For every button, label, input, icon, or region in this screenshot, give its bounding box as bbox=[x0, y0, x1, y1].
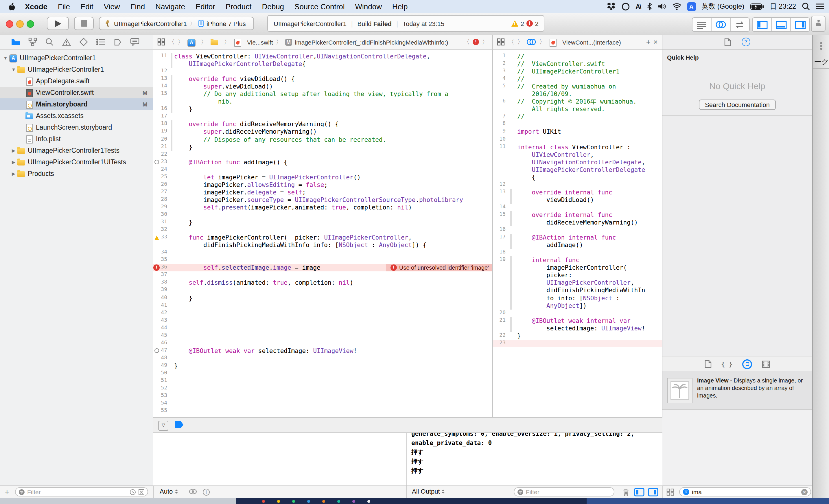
info-icon[interactable]: i bbox=[203, 489, 210, 496]
swift-file-icon[interactable] bbox=[233, 38, 241, 46]
clear-filter-button[interactable]: ✕ bbox=[801, 489, 807, 495]
code-line[interactable]: 8 bbox=[493, 121, 662, 128]
forward-button[interactable]: 〉 bbox=[517, 38, 524, 46]
code-line[interactable]: 33func imagePickerController(_ picker: U… bbox=[153, 234, 492, 241]
code-line[interactable]: 17 bbox=[153, 113, 492, 121]
code-line[interactable]: UIImagePickerControllerDelegate bbox=[493, 166, 662, 173]
code-line[interactable]: 19super.didReceiveMemoryWarning() bbox=[153, 128, 492, 136]
code-line[interactable]: 27imagePicker.delegate = self; bbox=[153, 189, 492, 196]
standard-editor-button[interactable] bbox=[692, 18, 712, 31]
error-annotation[interactable]: !Use of unresolved identifier 'image' bbox=[386, 264, 492, 272]
variables-view[interactable] bbox=[153, 433, 406, 485]
code-line[interactable]: 11internal class ViewController : bbox=[493, 143, 662, 151]
menu-item[interactable]: Edit bbox=[75, 2, 99, 11]
code-line[interactable]: 20// Dispose of any resources that can b… bbox=[153, 136, 492, 143]
code-line[interactable]: 2016/10/09. bbox=[493, 90, 662, 98]
object-library-tab[interactable] bbox=[743, 359, 752, 369]
add-button[interactable]: + bbox=[5, 487, 9, 497]
menu-item[interactable]: Navigate bbox=[150, 2, 190, 11]
code-line[interactable]: 13override func viewDidLoad() { bbox=[153, 75, 492, 83]
code-line[interactable]: 53 bbox=[153, 392, 492, 400]
file-row[interactable]: ▶UIImagePickerController1UITests bbox=[0, 156, 153, 168]
menu-item[interactable]: View bbox=[99, 2, 125, 11]
related-items-icon[interactable] bbox=[157, 38, 166, 46]
minimize-window-button[interactable] bbox=[16, 20, 24, 28]
menu-item[interactable]: Help bbox=[387, 2, 413, 11]
spotlight-search-icon[interactable] bbox=[802, 2, 810, 10]
code-line[interactable]: 21@IBOutlet weak internal var bbox=[493, 317, 662, 324]
code-line[interactable]: 39 bbox=[153, 287, 492, 294]
code-line[interactable]: { bbox=[493, 174, 662, 181]
source-code-assistant[interactable]: 1//2// ViewController.swift3// UIImagePi… bbox=[493, 49, 662, 417]
code-snippet-library-tab[interactable]: { } bbox=[721, 360, 733, 368]
code-line[interactable]: 15// Do any additional setup after loadi… bbox=[153, 90, 492, 98]
code-line[interactable]: UINavigationControllerDelegate, bbox=[493, 158, 662, 166]
code-line[interactable]: imagePickerController(_ bbox=[493, 264, 662, 272]
code-line[interactable]: 46 bbox=[153, 340, 492, 347]
code-line[interactable]: 18override func didReceiveMemoryWarning(… bbox=[153, 121, 492, 128]
input-method-badge[interactable]: A bbox=[687, 2, 696, 11]
code-line[interactable]: 20 bbox=[493, 309, 662, 317]
code-line[interactable]: 44 bbox=[153, 324, 492, 332]
code-line[interactable]: 14super.viewDidLoad() bbox=[153, 83, 492, 90]
console-filter-field[interactable] bbox=[514, 487, 614, 497]
code-line[interactable]: 6// Copyright © 2016年 wumiaohua. bbox=[493, 98, 662, 106]
code-line[interactable]: nib. bbox=[153, 98, 492, 106]
menu-item[interactable]: Editor bbox=[190, 2, 220, 11]
code-line[interactable]: UIImagePickerController, bbox=[493, 279, 662, 287]
swift-file-icon[interactable] bbox=[548, 38, 556, 46]
file-row[interactable]: Assets.xcassets bbox=[0, 110, 153, 121]
disclosure-icon[interactable]: ▶ bbox=[10, 171, 17, 176]
error-count-icon[interactable]: ! bbox=[527, 20, 533, 27]
hide-debug-area-button[interactable]: ▽ bbox=[158, 421, 168, 431]
code-line[interactable]: !36self.selectedImage.image = image!Use … bbox=[153, 264, 492, 272]
code-line[interactable]: All rights reserved. bbox=[493, 106, 662, 113]
navigator-filter-field[interactable] bbox=[15, 487, 148, 497]
inspector-toggle-button[interactable] bbox=[791, 18, 809, 31]
close-window-button[interactable] bbox=[6, 20, 13, 28]
code-line[interactable]: 15override internal func bbox=[493, 211, 662, 219]
file-row[interactable]: AppDelegate.swift bbox=[0, 75, 153, 87]
menu-item[interactable]: Product bbox=[220, 2, 257, 11]
library-grid-button[interactable] bbox=[666, 489, 675, 496]
code-line[interactable]: 3// UIImagePickerController1 bbox=[493, 68, 662, 75]
code-line[interactable]: 2// ViewController.swift bbox=[493, 60, 662, 68]
error-count[interactable]: 2 bbox=[535, 20, 539, 27]
code-line[interactable]: 4// bbox=[493, 75, 662, 83]
code-line[interactable]: 19internal func bbox=[493, 257, 662, 264]
code-line[interactable]: 21} bbox=[153, 143, 492, 151]
project-navigator-tab[interactable] bbox=[11, 38, 20, 46]
warning-count-icon[interactable] bbox=[511, 20, 518, 27]
code-line[interactable]: 51 bbox=[153, 377, 492, 385]
dropbox-icon[interactable] bbox=[607, 2, 615, 10]
code-line[interactable]: 41 bbox=[153, 302, 492, 309]
disclosure-icon[interactable]: ▶ bbox=[10, 159, 17, 165]
test-navigator-tab[interactable] bbox=[79, 38, 88, 46]
file-row[interactable]: LaunchScreen.storyboard bbox=[0, 121, 153, 133]
next-issue-button[interactable]: 〉 bbox=[482, 38, 488, 46]
code-line[interactable]: 34 bbox=[153, 249, 492, 256]
code-line[interactable]: 12 bbox=[493, 181, 662, 189]
code-line[interactable]: 35 bbox=[153, 257, 492, 264]
version-editor-button[interactable] bbox=[731, 18, 749, 31]
back-button[interactable]: 〈 bbox=[508, 38, 514, 46]
menu-item[interactable]: Source Control bbox=[289, 2, 350, 11]
file-template-library-tab[interactable] bbox=[704, 360, 711, 368]
breakpoint-navigator-tab[interactable] bbox=[113, 38, 122, 46]
file-row[interactable]: ▼UIImagePickerController1 bbox=[0, 52, 153, 64]
wifi-icon[interactable] bbox=[672, 3, 681, 10]
code-line[interactable]: 55 bbox=[153, 407, 492, 415]
code-line[interactable]: viewDidLoad() bbox=[493, 196, 662, 204]
report-navigator-tab[interactable] bbox=[130, 38, 139, 46]
bluetooth-icon[interactable] bbox=[647, 2, 652, 10]
clear-console-trash-button[interactable] bbox=[622, 489, 629, 497]
code-line[interactable]: 54 bbox=[153, 400, 492, 407]
assistant-editor-button[interactable] bbox=[712, 18, 731, 31]
previous-issue-button[interactable]: 〈 bbox=[463, 38, 470, 46]
variables-scope-button[interactable]: Auto bbox=[160, 488, 178, 495]
stop-button[interactable] bbox=[74, 17, 94, 30]
user-account-button[interactable] bbox=[811, 15, 826, 32]
code-line[interactable]: 12 bbox=[153, 68, 492, 75]
code-line[interactable]: didFinishPickingMediaWithIn bbox=[493, 287, 662, 294]
close-assistant-button[interactable]: × bbox=[653, 38, 658, 46]
